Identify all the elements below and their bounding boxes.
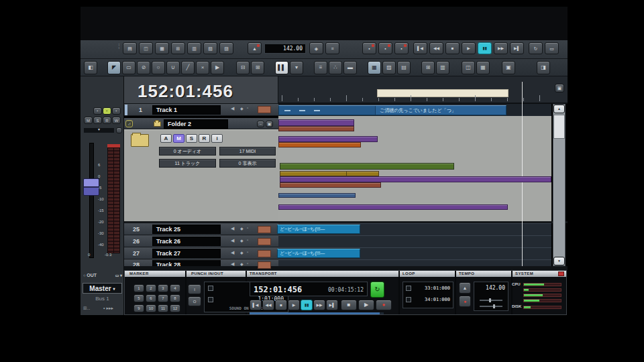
draw-tool[interactable]: ╱ xyxy=(181,61,195,74)
tr-play-button[interactable]: ▶ xyxy=(358,300,374,310)
mute-tool[interactable]: × xyxy=(196,61,209,74)
autopunch-button[interactable]: ▭ xyxy=(545,42,559,54)
nudge-right-button[interactable]: ▦ xyxy=(476,61,490,74)
strip-s-button[interactable]: S xyxy=(93,117,102,124)
stop-button[interactable]: ■ xyxy=(445,42,460,54)
marker-9-button[interactable]: 9 xyxy=(133,304,144,312)
punch-out-button[interactable]: O xyxy=(188,296,201,306)
strip-w-button[interactable]: W xyxy=(112,117,121,124)
hidden-count-button[interactable]: 0 非表示 xyxy=(219,159,276,168)
folder-state-i-button[interactable]: i xyxy=(211,134,223,143)
snap-type-button[interactable]: ▨ xyxy=(382,61,396,74)
goto-start-button[interactable]: ▌◀ xyxy=(413,42,427,54)
quantize-menu-button[interactable]: ∴ xyxy=(329,61,342,74)
marker-window-button[interactable]: ⊞ xyxy=(171,42,185,54)
folder-maximize-button[interactable]: ▣ xyxy=(266,121,273,127)
folder-clip-bar[interactable] xyxy=(280,163,454,170)
strip-m-button[interactable]: M xyxy=(84,117,93,124)
track-speaker-icon[interactable]: ◀ xyxy=(231,250,234,255)
track-speaker-icon[interactable]: ◀ xyxy=(231,261,234,267)
marker-1-button[interactable]: 1 xyxy=(133,284,144,292)
marker-3-button[interactable]: 3 xyxy=(158,284,168,292)
loop-start-checkbox[interactable] xyxy=(406,286,411,291)
fader-cap[interactable] xyxy=(83,178,99,196)
track1-lock-icon[interactable]: ◆ xyxy=(240,106,244,111)
tempo-record-button[interactable]: ● xyxy=(459,296,471,307)
cycle-record-button[interactable]: ▪ xyxy=(378,42,392,54)
transport-time-display[interactable]: 152:01:456 00:04:15:12 xyxy=(250,282,368,296)
track-controls-button[interactable]: ◧ xyxy=(84,61,97,74)
folder-name[interactable]: Folder 2 xyxy=(164,119,228,129)
strip-mini-button[interactable]: ▪ xyxy=(112,107,121,115)
folder-state-a-button[interactable]: A xyxy=(160,134,172,143)
scroll-down-button[interactable]: ▼ xyxy=(553,257,565,265)
tr-goto-start-button[interactable]: ▌◀ xyxy=(250,300,262,310)
transport-close-button[interactable] xyxy=(558,272,564,276)
record-mode-button[interactable]: ▪ xyxy=(362,42,376,54)
tr-record-button[interactable]: ● xyxy=(376,300,392,310)
mixer-button[interactable]: ◫ xyxy=(139,42,153,54)
midi-count-button[interactable]: 17 MIDI xyxy=(219,147,276,156)
track-monitor-icon[interactable]: ▫ xyxy=(247,238,248,242)
track-lock-icon[interactable]: ◆ xyxy=(240,226,244,231)
grid-type-button[interactable]: ▦ xyxy=(368,61,381,74)
scrollbar-thumb[interactable] xyxy=(553,115,565,139)
track-record-button[interactable] xyxy=(258,250,271,257)
marker-10-button[interactable]: 10 xyxy=(146,304,156,312)
nudge-left-button[interactable]: ◫ xyxy=(462,61,475,74)
play-button[interactable]: ▶ xyxy=(462,42,476,54)
track27-name[interactable]: Track 27 xyxy=(152,249,221,258)
track1-name[interactable]: Track 1 xyxy=(152,105,221,115)
quantize-button[interactable]: ≡ xyxy=(314,61,327,74)
tr-stop-button[interactable]: ■ xyxy=(341,300,357,310)
ruler-corner-button[interactable]: ▣ xyxy=(555,84,564,93)
loop-start-time[interactable]: 33:01:000 xyxy=(425,286,450,291)
output-select[interactable]: Master ▾ xyxy=(83,283,122,294)
play-tool[interactable]: ▶ xyxy=(211,61,224,74)
project-window-button[interactable]: ▤ xyxy=(123,42,137,54)
tempo-slider[interactable] xyxy=(480,300,502,301)
setup-button[interactable]: ▣ xyxy=(502,61,515,74)
track-speaker-icon[interactable]: ◀ xyxy=(231,238,234,243)
folder-clip-bar[interactable] xyxy=(278,193,356,198)
transport-progress-bar[interactable] xyxy=(250,312,384,314)
cycle-button[interactable]: ↻ xyxy=(529,42,543,54)
snap-button[interactable]: ⊞ xyxy=(251,61,264,74)
marker-12-button[interactable]: 12 xyxy=(170,304,180,312)
video-button[interactable]: ▨ xyxy=(219,42,233,54)
strip-mini-button[interactable]: ▪ xyxy=(103,107,111,115)
split-tool[interactable]: ⊘ xyxy=(137,61,150,74)
punch-in-button[interactable]: I xyxy=(188,284,201,294)
zoom-tool[interactable]: ○ xyxy=(152,61,165,74)
tr-goto-end-button[interactable]: ▶▌ xyxy=(326,300,338,310)
tr-stop-small-button[interactable]: ■ xyxy=(275,300,287,310)
track26-name[interactable]: Track 26 xyxy=(152,237,221,246)
track-lock-icon[interactable]: ◆ xyxy=(240,250,244,255)
slider-knob[interactable] xyxy=(489,298,491,302)
folder-clip-bar[interactable] xyxy=(280,182,381,188)
metronome-click-button[interactable]: ▲ xyxy=(459,282,471,294)
folder-clip-bar[interactable] xyxy=(278,136,378,142)
midi-clip-track25[interactable]: ど~ビ~ル~ほ~ち(!!!― xyxy=(277,225,360,234)
metronome-button[interactable]: ▲ xyxy=(248,42,262,54)
pool-button[interactable]: ▦ xyxy=(155,42,169,54)
track-lock-icon[interactable]: ◆ xyxy=(240,261,244,266)
autoscroll-button[interactable]: ⊟ xyxy=(236,61,250,74)
track-monitor-icon[interactable]: ▫ xyxy=(247,226,248,230)
track-lock-icon[interactable]: ◆ xyxy=(240,238,244,243)
cycle-active-button[interactable]: ↻ xyxy=(370,282,384,298)
select-tool[interactable]: ◤ xyxy=(107,61,121,74)
rewind-button[interactable]: ◀◀ xyxy=(429,42,443,54)
marker-2-button[interactable]: 2 xyxy=(146,284,156,292)
toolbar-grip[interactable]: ⁞ xyxy=(118,43,121,55)
notepad-button[interactable]: ▧ xyxy=(203,42,217,54)
color-menu-button[interactable]: ▤ xyxy=(397,61,411,74)
folder-state-r-button[interactable]: R xyxy=(199,134,210,143)
track-count-button[interactable]: 11 トラック xyxy=(159,159,216,168)
folder-clip-bar[interactable] xyxy=(278,126,354,131)
folder-clip-bar[interactable] xyxy=(278,142,361,147)
loop-end-time[interactable]: 34:01:000 xyxy=(425,297,450,302)
window-layout-button[interactable]: ◨ xyxy=(537,61,550,74)
marker-7-button[interactable]: 7 xyxy=(158,294,168,302)
folder-minimize-button[interactable]: ‒ xyxy=(257,121,264,127)
